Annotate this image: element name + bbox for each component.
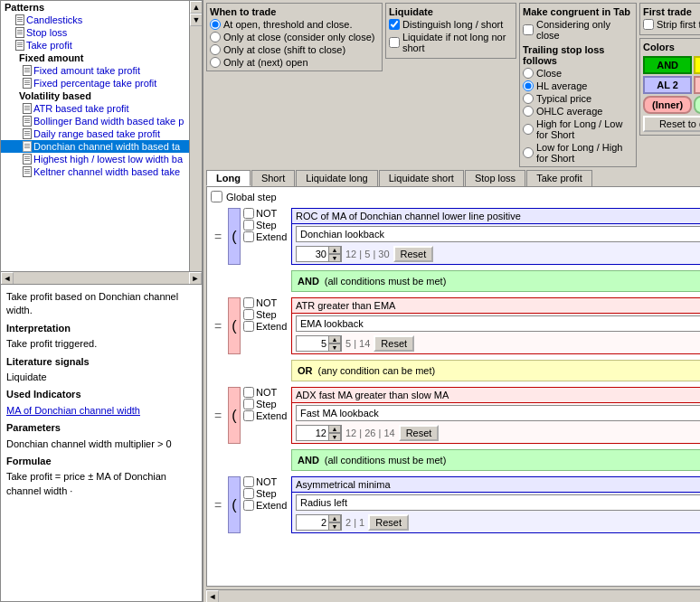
reset-btn-1[interactable]: Reset (393, 246, 434, 262)
reset-btn-3[interactable]: Reset (399, 425, 440, 441)
radio-typical-price-input[interactable] (523, 93, 534, 104)
inner-color-btn[interactable]: (Inner) (643, 96, 692, 114)
spin-down-2[interactable]: ▼ (328, 343, 341, 352)
step-checkbox-4[interactable] (243, 488, 254, 499)
radio-hl-average-input[interactable] (523, 80, 534, 91)
extend-checkbox-2[interactable] (243, 321, 254, 332)
distinguish-row: Distinguish long / short (389, 19, 513, 30)
not-checkbox-2[interactable] (243, 297, 254, 308)
scroll-left-btn[interactable]: ◄ (1, 272, 14, 285)
spinner-input-1[interactable]: 30 (297, 249, 328, 259)
scroll-up-btn[interactable]: ▲ (190, 1, 202, 14)
spin-up-2[interactable]: ▲ (328, 335, 341, 343)
extend-checkbox-1[interactable] (243, 231, 254, 242)
step-checkbox-3[interactable] (243, 399, 254, 409)
extend-row-3: Extend (243, 410, 289, 421)
or-desc: (any condition can be met) (318, 365, 701, 376)
reset-btn-2[interactable]: Reset (374, 335, 414, 352)
sidebar-item-candlesticks[interactable]: Candlesticks (1, 14, 189, 26)
list-scrollbar-v[interactable]: ▲ ▼ (189, 1, 202, 271)
trailing-stop-label: Trailing stop loss follows (523, 44, 633, 66)
radio-high-for-long-input[interactable] (523, 124, 534, 135)
sidebar-item-atr-tp[interactable]: ATR based take profit (1, 102, 189, 115)
not-checkbox-1[interactable] (243, 208, 254, 219)
sidebar-item-daily-range-tp[interactable]: Daily range based take profit (1, 127, 189, 140)
tab-long[interactable]: Long (206, 170, 251, 186)
step-checkbox-1[interactable] (243, 220, 254, 230)
extend-checkbox-4[interactable] (243, 500, 254, 511)
radio-only-close-consider-input[interactable] (210, 32, 221, 42)
reset-btn-4[interactable]: Reset (368, 514, 409, 531)
open-paren-1[interactable]: ( (228, 208, 241, 265)
radio-only-next-open-input[interactable] (210, 57, 221, 68)
step-row-3: Step (243, 399, 289, 409)
cond-label-3: ADX fast MA greater than slow MA (296, 390, 449, 400)
fixed-pct-tp-label: Fixed percentage take profit (33, 78, 156, 89)
not-checkbox-3[interactable] (243, 387, 254, 398)
sidebar-item-highest-high-tp[interactable]: Highest high / lowest low width ba (1, 153, 189, 165)
radio-close-input[interactable] (523, 68, 534, 79)
radio-only-close-shift-input[interactable] (210, 44, 221, 55)
sidebar-item-keltner-tp[interactable]: Keltner channel width based take (1, 165, 189, 178)
sidebar-item-patterns[interactable]: Patterns (1, 1, 189, 14)
not-checkbox-4[interactable] (243, 476, 254, 487)
distinguish-checkbox[interactable] (389, 19, 400, 30)
radio-ohlc-average-input[interactable] (523, 106, 534, 117)
cond-top-4: Asymmetrical minima (292, 477, 700, 493)
cond-dropdown-row-3: Fast MA lookback (292, 403, 700, 423)
spin-up-4[interactable]: ▲ (328, 514, 341, 522)
scroll-right-btn[interactable]: ► (189, 272, 202, 285)
radio-low-for-long-input[interactable] (523, 147, 534, 158)
open-paren-3a[interactable]: ( (228, 387, 241, 444)
tab-short[interactable]: Short (251, 170, 295, 186)
sidebar-item-fixed-amount-tp[interactable]: Fixed amount take profit (1, 64, 189, 77)
reset-colors-btn[interactable]: Reset to default (643, 116, 700, 132)
radio-open-threshold-input[interactable] (210, 19, 221, 30)
strip-first-trade-label: Strip first trade (657, 19, 700, 30)
sidebar-item-bollinger-tp[interactable]: Bollinger Band width based take p (1, 115, 189, 127)
spinner-input-2[interactable]: 5 (297, 338, 328, 349)
strip-first-trade-checkbox[interactable] (643, 19, 654, 30)
tab-liquidate-short[interactable]: Liquidate short (379, 170, 464, 186)
indicator-link[interactable]: MA of Donchian channel width (6, 405, 140, 416)
scroll-down-btn[interactable]: ▼ (190, 14, 202, 26)
sidebar-item-fixed-pct-tp[interactable]: Fixed percentage take profit (1, 77, 189, 89)
spin-up-3[interactable]: ▲ (328, 425, 341, 433)
spin-down-1[interactable]: ▼ (328, 254, 341, 262)
open-paren-2[interactable]: ( (228, 297, 241, 354)
and-color-btn[interactable]: AND (643, 56, 692, 74)
tab-take-profit[interactable]: Take profit (526, 170, 592, 186)
extend-checkbox-3[interactable] (243, 410, 254, 421)
tab-liquidate-long[interactable]: Liquidate long (296, 170, 378, 186)
cond-select-3[interactable]: Fast MA lookback (296, 405, 700, 421)
first-trade-label: First trade (643, 6, 700, 17)
pattern-list[interactable]: Patterns Candlesticks Stop loss Take pro… (1, 1, 189, 271)
spinner-input-3[interactable]: 12 (297, 428, 328, 438)
global-step-checkbox[interactable] (211, 191, 222, 202)
step-row-1: Step (243, 220, 289, 230)
or-color-btn[interactable]: OR (694, 56, 700, 74)
cond-select-1[interactable]: Donchian lookback (296, 226, 700, 242)
radio-hl-average: HL average (523, 80, 633, 91)
spin-down-3[interactable]: ▼ (328, 433, 341, 441)
cond-select-4[interactable]: Radius left (296, 494, 700, 511)
sidebar-item-stop-loss[interactable]: Stop loss (1, 26, 189, 39)
sidebar-item-donchian-tp[interactable]: Donchian channel width based ta (1, 140, 189, 153)
al2-color-btn[interactable]: AL 2 (643, 76, 692, 94)
extend-row-2: Extend (243, 321, 289, 332)
liquidate-label: Liquidate (6, 371, 196, 384)
spin-down-4[interactable]: ▼ (328, 522, 341, 531)
fixed-amount-label: Fixed amount (19, 52, 84, 63)
congruent-checkbox[interactable] (523, 24, 534, 35)
open-paren-4[interactable]: ( (228, 476, 241, 533)
cond-select-2[interactable]: EMA lookback (296, 315, 700, 332)
spin-up-1[interactable]: ▲ (328, 246, 341, 254)
liquidate-if-not-checkbox[interactable] (389, 37, 400, 48)
step-checkbox-2[interactable] (243, 309, 254, 320)
outer-color-btn[interactable]: (Outer) (694, 96, 700, 114)
al3-color-btn[interactable]: AL 3 (694, 76, 700, 94)
spinner-input-4[interactable]: 2 (297, 517, 328, 528)
sidebar-item-take-profit[interactable]: Take profit (1, 39, 189, 52)
content-scroll-left[interactable]: ◄ (206, 590, 219, 603)
tab-stop-loss[interactable]: Stop loss (465, 170, 525, 186)
